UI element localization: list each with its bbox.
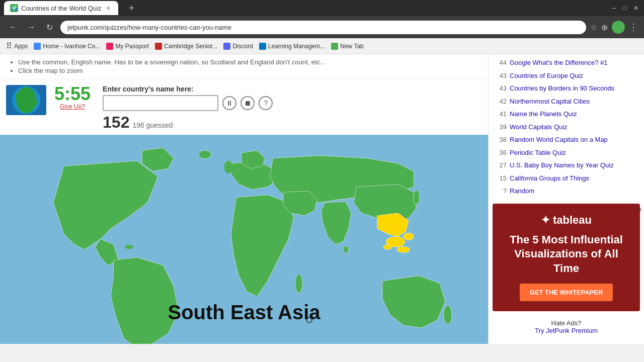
sidebar-link[interactable]: Name the Planets Quiz (510, 109, 577, 119)
window-controls: ─ □ ✕ (610, 4, 640, 12)
madagascar[interactable] (295, 274, 303, 293)
menu-button[interactable]: ⋮ (629, 22, 638, 33)
sidebar-link[interactable]: World Capitals Quiz (510, 122, 568, 132)
new-tab-button[interactable]: + (124, 1, 138, 15)
close-window-button[interactable]: ✕ (632, 4, 640, 12)
tableau-wordmark: tableau (553, 214, 592, 227)
list-item: 42 Northernmost Capital Cities (493, 95, 640, 108)
bookmark-passport[interactable]: My Passport (106, 43, 149, 50)
bookmarks-bar: ⠿ Apps Home - Ivanhoe Co... My Passport … (0, 38, 644, 54)
bookmark-icon[interactable]: ☆ (590, 23, 597, 32)
rule-1: Use the common, English name. Has to be … (18, 58, 480, 66)
sidebar-rank: 42 (493, 97, 507, 107)
sidebar-rank: ? (493, 186, 507, 196)
bookmark-cambridge[interactable]: Cambridge Senior... (155, 43, 217, 50)
give-up-button[interactable]: Give Up? (60, 103, 85, 110)
list-item: ? Random (493, 185, 640, 198)
bookmark-discord-label: Discord (232, 43, 253, 50)
translate-icon[interactable]: ⊕ (601, 23, 608, 32)
uk[interactable] (224, 161, 233, 173)
bookmark-newtab-label: New Tab (340, 43, 363, 50)
ad-cta-button[interactable]: GET THE WHITEPAPER (520, 284, 613, 301)
bookmark-home[interactable]: Home - Ivanhoe Co... (34, 43, 100, 50)
java[interactable] (397, 246, 410, 252)
sri-lanka[interactable] (343, 246, 348, 253)
hate-ads-label: Hate Ads? (551, 319, 582, 327)
sidebar-rank: 39 (493, 122, 507, 132)
profile-avatar[interactable] (612, 21, 625, 34)
list-item: 27 U.S. Baby Boy Names by Year Quiz (493, 159, 640, 172)
bookmark-learning-label: Learning Managem... (268, 43, 325, 50)
tableau-asterisk-icon: ✦ (541, 214, 550, 227)
sumatra[interactable] (383, 244, 392, 249)
refresh-button[interactable]: ↻ (42, 20, 56, 34)
stop-button[interactable]: ⏹ (240, 96, 255, 110)
page-content: Use the common, English name. Has to be … (0, 54, 644, 344)
rule-2: Click the map to zoom (18, 67, 480, 74)
url-bar[interactable]: jetpunk.com/quizzes/how-many-countries-c… (60, 21, 586, 34)
world-map-svg[interactable] (0, 135, 488, 344)
philippines[interactable] (404, 233, 414, 240)
sidebar-link[interactable]: Random World Capitals on a Map (510, 135, 608, 145)
sidebar-rank: 44 (493, 58, 507, 68)
ad-wrapper: ✦ tableau The 5 Most Influential Visuali… (489, 204, 644, 312)
help-button[interactable]: ? (259, 96, 273, 110)
premium-link[interactable]: Try JetPunk Premium (535, 327, 598, 334)
input-label: Enter country's name here: (103, 85, 482, 93)
apps-button[interactable]: ⠿ Apps (6, 41, 28, 51)
bookmark-learning[interactable]: Learning Managem... (259, 43, 325, 50)
title-bar: 🌍 Countries of the World Quiz × + ─ □ ✕ (0, 0, 644, 16)
sidebar: 44 Google What's the Difference? #1 43 C… (488, 54, 644, 344)
sidebar-link[interactable]: U.S. Baby Boy Names by Year Quiz (510, 160, 614, 170)
pause-button[interactable]: ⏸ (222, 96, 236, 110)
globe-thumbnail (6, 85, 46, 115)
forward-button[interactable]: → (24, 20, 38, 34)
sidebar-link[interactable]: Countries by Borders in 90 Seconds (510, 83, 614, 94)
new-zealand[interactable] (444, 305, 452, 324)
japan[interactable] (413, 190, 419, 205)
ad-close-button[interactable]: × (638, 206, 642, 214)
sidebar-list: 44 Google What's the Difference? #1 43 C… (489, 54, 644, 200)
list-item: 38 Random World Capitals on a Map (493, 133, 640, 146)
sidebar-link[interactable]: California Groups of Things (510, 173, 589, 184)
ad-headline: The 5 Most Influential Visualizations of… (503, 233, 630, 276)
main-area: Use the common, English name. Has to be … (0, 54, 488, 344)
ad-container: ✦ tableau The 5 Most Influential Visuali… (493, 204, 640, 312)
sidebar-rank: 41 (493, 109, 507, 119)
sidebar-link[interactable]: Countries of Europe Quiz (510, 71, 583, 81)
list-item: 43 Countries by Borders in 90 Seconds (493, 82, 640, 95)
list-item: 36 Periodic Table Quiz (493, 146, 640, 159)
tab-close-button[interactable]: × (104, 4, 112, 12)
score-total: 196 guessed (132, 121, 173, 129)
browser-chrome: 🌍 Countries of the World Quiz × + ─ □ ✕ … (0, 0, 644, 54)
sidebar-link[interactable]: Northernmost Capital Cities (510, 97, 590, 107)
bookmark-discord[interactable]: Discord (223, 43, 253, 50)
quiz-info-bar: Use the common, English name. Has to be … (0, 54, 488, 80)
timer-display: 5:55 (54, 85, 91, 103)
sidebar-rank: 36 (493, 148, 507, 158)
hate-ads-section: Hate Ads? Try JetPunk Premium (489, 315, 644, 338)
maximize-button[interactable]: □ (621, 4, 629, 12)
sidebar-link[interactable]: Random (510, 186, 534, 196)
sidebar-rank: 15 (493, 173, 507, 184)
apps-label: Apps (14, 43, 28, 50)
caribbean[interactable] (125, 245, 133, 249)
iceland[interactable] (199, 150, 211, 159)
input-area: Enter country's name here: ⏸ ⏹ ? 152 196… (103, 85, 482, 132)
score-row: 152 196 guessed (103, 113, 482, 132)
bookmark-newtab[interactable]: New Tab (331, 43, 363, 50)
map-container[interactable]: South East Asia (0, 135, 488, 344)
country-input[interactable] (103, 95, 218, 111)
list-item: 43 Countries of Europe Quiz (493, 69, 640, 82)
sidebar-link[interactable]: Periodic Table Quiz (510, 148, 566, 158)
address-bar: ← → ↻ jetpunk.com/quizzes/how-many-count… (0, 16, 644, 38)
input-row: ⏸ ⏹ ? (103, 95, 482, 111)
active-tab[interactable]: 🌍 Countries of the World Quiz × (4, 1, 118, 15)
sidebar-rank: 38 (493, 135, 507, 145)
tab-title: Countries of the World Quiz (21, 5, 101, 12)
bookmark-home-label: Home - Ivanhoe Co... (43, 43, 100, 50)
sidebar-link[interactable]: Google What's the Difference? #1 (510, 58, 607, 68)
back-button[interactable]: ← (6, 20, 20, 34)
url-text: jetpunk.com/quizzes/how-many-countries-c… (67, 24, 231, 31)
minimize-button[interactable]: ─ (610, 4, 618, 12)
